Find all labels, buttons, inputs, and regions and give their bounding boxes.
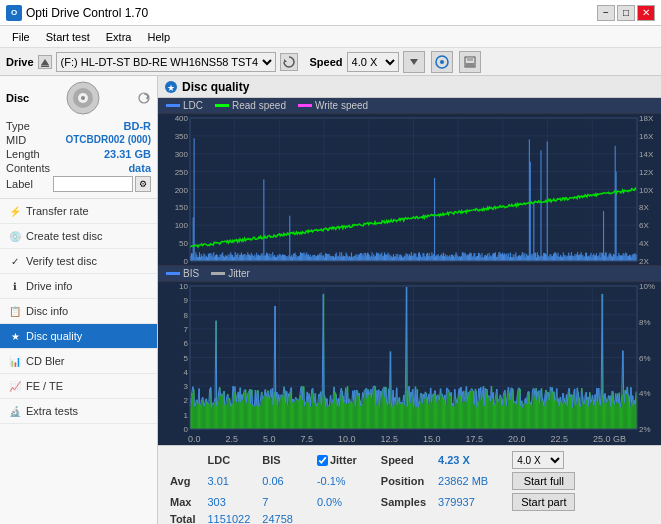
sidebar-item-verify-test-disc[interactable]: ✓ Verify test disc [0, 249, 157, 274]
start-full-button[interactable]: Start full [512, 472, 575, 490]
disc-length-row: Length 23.31 GB [6, 148, 151, 160]
avg-jitter: -0.1% [311, 470, 363, 491]
menu-extra[interactable]: Extra [98, 29, 140, 45]
maximize-button[interactable]: □ [617, 5, 635, 21]
legend-read: Read speed [215, 100, 286, 111]
speed-label: Speed [310, 56, 343, 68]
app-icon: O [6, 5, 22, 21]
refresh-drive-button[interactable] [280, 53, 298, 71]
titlebar-left: O Opti Drive Control 1.70 [6, 5, 148, 21]
chart-header-icon: ★ [164, 80, 178, 94]
disc-icon-btn[interactable] [431, 51, 453, 73]
legend-write: Write speed [298, 100, 368, 111]
samples-label: Samples [375, 491, 432, 512]
disc-refresh-icon [137, 91, 151, 105]
minimize-button[interactable]: − [597, 5, 615, 21]
legend-read-label: Read speed [232, 100, 286, 111]
disc-section-title: Disc [6, 92, 29, 104]
avg-label: Avg [164, 470, 201, 491]
sidebar-item-cd-bler[interactable]: 📊 CD Bler [0, 349, 157, 374]
speed-select-stats[interactable]: 4.0 X [512, 451, 564, 469]
svg-point-12 [81, 96, 85, 100]
create-test-disc-icon: 💿 [8, 229, 22, 243]
stats-table: LDC BIS Jitter Speed 4.23 X [164, 450, 581, 524]
legend-write-label: Write speed [315, 100, 368, 111]
disc-contents-row: Contents data [6, 162, 151, 174]
sidebar-item-disc-info[interactable]: 📋 Disc info [0, 299, 157, 324]
chart-title: Disc quality [182, 80, 249, 94]
legend-write-color [298, 104, 312, 107]
sidebar-item-create-test-disc[interactable]: 💿 Create test disc [0, 224, 157, 249]
drive-label: Drive [6, 56, 34, 68]
main-layout: Disc Type BD-R MID OTCBDR002 (000) [0, 76, 661, 524]
legend-read-color [215, 104, 229, 107]
max-ldc: 303 [201, 491, 256, 512]
x-label-250: 25.0 GB [593, 434, 626, 444]
total-label: Total [164, 512, 201, 524]
sidebar-item-extra-tests[interactable]: 🔬 Extra tests [0, 399, 157, 424]
speed-down-button[interactable] [403, 51, 425, 73]
position-label: Position [375, 470, 432, 491]
start-part-button[interactable]: Start part [512, 493, 575, 511]
menu-help[interactable]: Help [139, 29, 178, 45]
sidebar-item-label: Disc quality [26, 330, 82, 342]
chart-top [158, 114, 661, 265]
titlebar: O Opti Drive Control 1.70 − □ ✕ [0, 0, 661, 26]
label-input-group: ⚙ [53, 176, 151, 192]
app-title: Opti Drive Control 1.70 [26, 6, 148, 20]
col-jitter-header: Jitter [330, 454, 357, 466]
disc-quality-icon: ★ [8, 329, 22, 343]
drive-eject-icon[interactable] [38, 55, 52, 69]
drive-toolbar: Drive (F:) HL-DT-ST BD-RE WH16NS58 TST4 … [0, 48, 661, 76]
chart-top-canvas [158, 114, 661, 265]
legend-ldc-color [166, 104, 180, 107]
sidebar-item-label: Transfer rate [26, 205, 89, 217]
svg-rect-8 [466, 63, 474, 67]
speed-select[interactable]: 4.0 X 2.0 X 8.0 X [347, 52, 399, 72]
menu-start-test[interactable]: Start test [38, 29, 98, 45]
sidebar-item-label: Verify test disc [26, 255, 97, 267]
jitter-checkbox[interactable] [317, 455, 328, 466]
disc-image [65, 80, 101, 116]
drive-info-icon: ℹ [8, 279, 22, 293]
disc-label-button[interactable]: ⚙ [135, 176, 151, 192]
transfer-rate-icon: ⚡ [8, 204, 22, 218]
menubar: File Start test Extra Help [0, 26, 661, 48]
disc-icons [137, 91, 151, 105]
sidebar-item-fe-te[interactable]: 📈 FE / TE [0, 374, 157, 399]
max-bis: 7 [256, 491, 299, 512]
extra-tests-icon: 🔬 [8, 404, 22, 418]
jitter-check-cell: Jitter [311, 450, 363, 470]
drive-select[interactable]: (F:) HL-DT-ST BD-RE WH16NS58 TST4 [56, 52, 276, 72]
disc-header: Disc [6, 80, 151, 116]
x-label-150: 15.0 [423, 434, 441, 444]
disc-section: Disc Type BD-R MID OTCBDR002 (000) [0, 76, 157, 199]
svg-rect-1 [41, 65, 49, 67]
sidebar-item-disc-quality[interactable]: ★ Disc quality [0, 324, 157, 349]
disc-info-icon: 📋 [8, 304, 22, 318]
avg-bis: 0.06 [256, 470, 299, 491]
sidebar-item-drive-info[interactable]: ℹ Drive info [0, 274, 157, 299]
legend-jitter-color [211, 272, 225, 275]
action-buttons: Start full Start part [512, 472, 575, 511]
col-speed-header: Speed [375, 450, 432, 470]
sidebar-item-transfer-rate[interactable]: ⚡ Transfer rate [0, 199, 157, 224]
sidebar: Disc Type BD-R MID OTCBDR002 (000) [0, 76, 158, 524]
svg-marker-14 [146, 96, 148, 100]
disc-label-input[interactable] [53, 176, 133, 192]
disc-label-row: Label ⚙ [6, 176, 151, 192]
stats-panel: LDC BIS Jitter Speed 4.23 X [158, 445, 661, 524]
legend-jitter: Jitter [211, 268, 250, 279]
save-button[interactable] [459, 51, 481, 73]
x-label-225: 22.5 [550, 434, 568, 444]
svg-marker-0 [41, 59, 49, 65]
chart-bottom [158, 282, 661, 433]
x-label-0: 0.0 [188, 434, 201, 444]
window-controls: − □ ✕ [597, 5, 655, 21]
samples-value: 379937 [432, 491, 494, 512]
close-button[interactable]: ✕ [637, 5, 655, 21]
chart-bottom-canvas [158, 282, 661, 433]
menu-file[interactable]: File [4, 29, 38, 45]
x-axis-labels: 0.0 2.5 5.0 7.5 10.0 12.5 15.0 17.5 20.0… [158, 432, 661, 445]
sidebar-item-label: Extra tests [26, 405, 78, 417]
